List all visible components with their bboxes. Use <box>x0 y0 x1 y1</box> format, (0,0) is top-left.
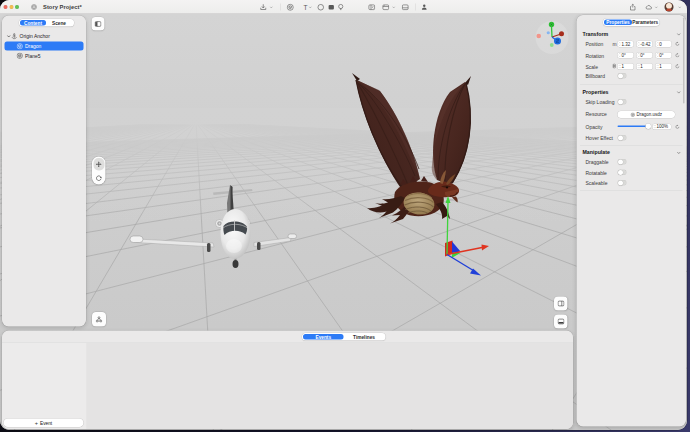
resource-button[interactable]: Dragon.usdz <box>618 111 676 118</box>
add-event-button[interactable]: + Event <box>4 418 84 427</box>
sidebar-left-icon <box>95 20 102 27</box>
reset-rotation-icon[interactable] <box>675 53 680 58</box>
scale-label: Scale <box>586 64 599 70</box>
toggle-right-panel-button[interactable] <box>554 297 568 311</box>
chevron-down-icon[interactable] <box>270 6 274 10</box>
scale-y-field[interactable]: 1 <box>636 64 652 70</box>
tree-item-label: Dragon <box>25 43 41 49</box>
opacity-field[interactable]: 100% <box>653 124 672 130</box>
scene-graph-icon <box>96 316 103 323</box>
section-divider <box>580 190 683 191</box>
section-manipulate: Manipulate <box>583 149 610 155</box>
rotation-y-value: 0° <box>640 53 652 58</box>
link-scale-icon[interactable] <box>612 64 617 69</box>
toolbar-separator <box>280 4 281 11</box>
move-tool-button[interactable] <box>93 158 104 171</box>
scaleable-toggle[interactable] <box>618 180 627 186</box>
people-button[interactable] <box>419 2 429 12</box>
panel-bottom-toggle-button[interactable] <box>400 2 410 12</box>
chevron-down-icon[interactable] <box>309 6 313 10</box>
section-divider <box>580 145 683 146</box>
gizmo-axis-y-neg[interactable] <box>550 43 554 47</box>
hover-effect-label: Hover Effect <box>586 136 613 142</box>
skip-loading-label: Skip Loading <box>586 100 615 106</box>
image-icon <box>327 3 335 11</box>
import-button[interactable] <box>258 2 268 12</box>
scale-z-value: 1 <box>659 64 671 69</box>
rotation-x-value: 0° <box>622 53 634 58</box>
toggle-bottom-panel-button[interactable] <box>554 315 568 329</box>
light-button[interactable] <box>336 2 346 12</box>
sidebar-tab-bar: Content Scene <box>19 19 74 27</box>
gizmo-axis-x[interactable] <box>559 31 564 36</box>
inspector-scrollbar[interactable] <box>683 18 685 104</box>
view-options-button[interactable] <box>381 2 391 12</box>
draggable-toggle[interactable] <box>618 159 627 165</box>
skip-loading-toggle[interactable] <box>618 99 627 105</box>
rotatable-toggle[interactable] <box>618 170 627 176</box>
position-z-field[interactable]: 0 <box>655 41 671 47</box>
tab-scene[interactable]: Scene <box>46 20 72 26</box>
shapes-icon <box>317 3 325 11</box>
position-x-field[interactable]: 1.32 <box>618 41 634 47</box>
rotation-x-field[interactable]: 0° <box>618 52 634 58</box>
close-button[interactable] <box>4 5 8 9</box>
rotation-y-field[interactable]: 0° <box>636 52 652 58</box>
orbit-icon <box>96 175 103 182</box>
draggable-label: Draggable <box>586 160 609 166</box>
position-x-value: 1.32 <box>622 41 634 46</box>
shapes-button[interactable] <box>316 2 326 12</box>
chevron-down-icon[interactable] <box>677 32 682 37</box>
scale-x-field[interactable]: 1 <box>618 64 634 70</box>
minimize-button[interactable] <box>9 5 13 9</box>
opacity-label: Opacity <box>586 124 603 130</box>
scale-z-field[interactable]: 1 <box>655 64 671 70</box>
orbit-tool-button[interactable] <box>92 172 106 185</box>
reset-opacity-icon[interactable] <box>675 124 680 129</box>
billboard-toggle[interactable] <box>618 73 627 79</box>
opacity-slider[interactable] <box>618 126 649 128</box>
ar-preview-button[interactable] <box>92 312 106 327</box>
panel-left-icon <box>368 3 376 11</box>
tree-item-origin-anchor[interactable]: Origin Anchor <box>5 32 84 41</box>
chevron-down-icon[interactable] <box>677 90 682 95</box>
orientation-gizmo[interactable] <box>534 21 570 57</box>
reset-scale-icon[interactable] <box>675 64 680 69</box>
timeline-tab-bar: Events Timelines <box>302 333 386 341</box>
tree-item-plane5[interactable]: Plane5 <box>5 52 84 61</box>
position-z-value: 0 <box>659 41 671 46</box>
tab-content[interactable]: Content <box>20 20 46 26</box>
chevron-down-icon[interactable] <box>677 151 682 156</box>
opacity-slider-knob[interactable] <box>646 124 652 130</box>
rotation-z-field[interactable]: 0° <box>655 52 671 58</box>
chevron-down-icon[interactable] <box>678 6 682 10</box>
opacity-value: 100% <box>657 124 672 129</box>
timeline-header: Events Timelines <box>2 331 573 344</box>
reset-position-icon[interactable] <box>675 42 680 47</box>
people-icon <box>420 3 428 11</box>
panel-left-toggle-button[interactable] <box>367 2 377 12</box>
tab-events[interactable]: Events <box>303 334 344 340</box>
position-unit: m <box>613 42 617 48</box>
scene-tree: Origin Anchor Dragon Plane5 <box>2 32 86 61</box>
toggle-left-sidebar-button[interactable] <box>92 17 105 31</box>
position-y-field[interactable]: -0.42 <box>636 41 652 47</box>
add-object-button[interactable] <box>285 2 295 12</box>
cloud-button[interactable] <box>644 2 654 12</box>
chevron-down-icon[interactable] <box>655 6 659 10</box>
tab-timelines[interactable]: Timelines <box>344 334 385 340</box>
hover-effect-toggle[interactable] <box>618 135 627 141</box>
share-button[interactable] <box>628 2 638 12</box>
titlebar[interactable]: Story Project* T <box>0 0 687 14</box>
add-object-icon <box>286 3 294 11</box>
chevron-down-icon[interactable] <box>392 6 396 10</box>
zoom-button[interactable] <box>15 5 19 9</box>
gizmo-axis-x-neg[interactable] <box>536 34 541 39</box>
image-button[interactable] <box>326 2 336 12</box>
resource-label: Resource <box>586 111 607 117</box>
tree-item-dragon[interactable]: Dragon <box>5 42 84 51</box>
gizmo-axis-z-neg[interactable] <box>547 31 550 34</box>
sidebar-right-icon <box>557 300 564 307</box>
user-avatar[interactable] <box>665 2 674 11</box>
timeline-track-area[interactable] <box>87 343 573 429</box>
